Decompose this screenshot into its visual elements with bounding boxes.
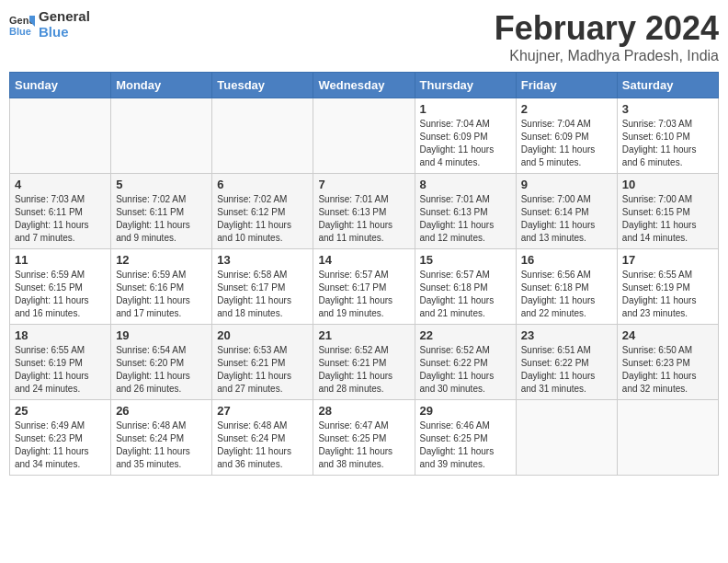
calendar-table: SundayMondayTuesdayWednesdayThursdayFrid…: [9, 72, 719, 476]
day-info: Sunrise: 6:57 AM Sunset: 6:18 PM Dayligh…: [420, 269, 511, 320]
header-row: SundayMondayTuesdayWednesdayThursdayFrid…: [10, 73, 719, 98]
day-number: 10: [622, 178, 713, 191]
calendar-cell: 17Sunrise: 6:55 AM Sunset: 6:19 PM Dayli…: [617, 249, 718, 325]
day-number: 1: [420, 102, 511, 116]
calendar-header: SundayMondayTuesdayWednesdayThursdayFrid…: [10, 73, 719, 98]
day-info: Sunrise: 6:54 AM Sunset: 6:20 PM Dayligh…: [116, 344, 207, 396]
day-number: 22: [420, 328, 511, 342]
day-info: Sunrise: 6:48 AM Sunset: 6:24 PM Dayligh…: [116, 419, 207, 471]
calendar-cell: 22Sunrise: 6:52 AM Sunset: 6:22 PM Dayli…: [415, 325, 516, 400]
day-header: Saturday: [617, 73, 718, 98]
day-info: Sunrise: 6:56 AM Sunset: 6:18 PM Dayligh…: [521, 269, 612, 320]
day-number: 24: [622, 328, 713, 342]
svg-text:Blue: Blue: [9, 26, 31, 37]
day-number: 13: [217, 253, 308, 267]
day-info: Sunrise: 6:58 AM Sunset: 6:17 PM Dayligh…: [217, 269, 308, 320]
subtitle: Khujner, Madhya Pradesh, India: [495, 48, 719, 64]
calendar-cell: 13Sunrise: 6:58 AM Sunset: 6:17 PM Dayli…: [212, 249, 313, 325]
calendar-cell: 27Sunrise: 6:48 AM Sunset: 6:24 PM Dayli…: [212, 400, 313, 476]
calendar-week: 11Sunrise: 6:59 AM Sunset: 6:15 PM Dayli…: [10, 249, 719, 325]
calendar-cell: 26Sunrise: 6:48 AM Sunset: 6:24 PM Dayli…: [111, 400, 212, 476]
day-header: Wednesday: [313, 73, 415, 98]
day-info: Sunrise: 7:03 AM Sunset: 6:11 PM Dayligh…: [15, 193, 106, 245]
calendar-week: 1Sunrise: 7:04 AM Sunset: 6:09 PM Daylig…: [10, 98, 719, 174]
day-info: Sunrise: 6:59 AM Sunset: 6:16 PM Dayligh…: [116, 269, 207, 320]
day-number: 6: [217, 178, 308, 191]
calendar-cell: 12Sunrise: 6:59 AM Sunset: 6:16 PM Dayli…: [111, 249, 212, 325]
day-number: 16: [521, 253, 612, 267]
day-number: 26: [116, 404, 207, 418]
logo-icon: General Blue: [9, 12, 35, 38]
calendar-cell: [516, 400, 617, 476]
day-number: 9: [521, 178, 612, 191]
day-header: Friday: [516, 73, 617, 98]
day-number: 28: [318, 404, 409, 418]
day-info: Sunrise: 6:52 AM Sunset: 6:22 PM Dayligh…: [420, 344, 511, 396]
calendar-cell: 4Sunrise: 7:03 AM Sunset: 6:11 PM Daylig…: [10, 174, 111, 249]
day-number: 25: [15, 404, 106, 418]
logo-line2: Blue: [39, 25, 90, 40]
day-number: 4: [15, 178, 106, 191]
day-number: 27: [217, 404, 308, 418]
logo: General Blue General Blue: [9, 9, 90, 40]
day-number: 3: [622, 102, 713, 116]
day-info: Sunrise: 7:02 AM Sunset: 6:11 PM Dayligh…: [116, 193, 207, 245]
day-info: Sunrise: 6:59 AM Sunset: 6:15 PM Dayligh…: [15, 269, 106, 320]
calendar-cell: 5Sunrise: 7:02 AM Sunset: 6:11 PM Daylig…: [111, 174, 212, 249]
day-number: 11: [15, 253, 106, 267]
calendar-cell: 16Sunrise: 6:56 AM Sunset: 6:18 PM Dayli…: [516, 249, 617, 325]
main-title: February 2024: [495, 9, 719, 48]
day-number: 2: [521, 102, 612, 116]
calendar-cell: 8Sunrise: 7:01 AM Sunset: 6:13 PM Daylig…: [415, 174, 516, 249]
calendar-cell: 11Sunrise: 6:59 AM Sunset: 6:15 PM Dayli…: [10, 249, 111, 325]
day-header: Sunday: [10, 73, 111, 98]
calendar-week: 4Sunrise: 7:03 AM Sunset: 6:11 PM Daylig…: [10, 174, 719, 249]
calendar-cell: 2Sunrise: 7:04 AM Sunset: 6:09 PM Daylig…: [516, 98, 617, 174]
day-header: Monday: [111, 73, 212, 98]
day-number: 14: [318, 253, 409, 267]
calendar-cell: 20Sunrise: 6:53 AM Sunset: 6:21 PM Dayli…: [212, 325, 313, 400]
day-info: Sunrise: 6:46 AM Sunset: 6:25 PM Dayligh…: [420, 419, 511, 471]
day-number: 18: [15, 328, 106, 342]
day-number: 20: [217, 328, 308, 342]
calendar-cell: [10, 98, 111, 174]
calendar-cell: 19Sunrise: 6:54 AM Sunset: 6:20 PM Dayli…: [111, 325, 212, 400]
day-info: Sunrise: 7:03 AM Sunset: 6:10 PM Dayligh…: [622, 118, 713, 169]
calendar-cell: 15Sunrise: 6:57 AM Sunset: 6:18 PM Dayli…: [415, 249, 516, 325]
logo-line1: General: [39, 9, 90, 25]
day-info: Sunrise: 7:01 AM Sunset: 6:13 PM Dayligh…: [318, 193, 409, 245]
calendar-cell: 6Sunrise: 7:02 AM Sunset: 6:12 PM Daylig…: [212, 174, 313, 249]
calendar-cell: 3Sunrise: 7:03 AM Sunset: 6:10 PM Daylig…: [617, 98, 718, 174]
day-info: Sunrise: 6:52 AM Sunset: 6:21 PM Dayligh…: [318, 344, 409, 396]
calendar-cell: 7Sunrise: 7:01 AM Sunset: 6:13 PM Daylig…: [313, 174, 415, 249]
day-info: Sunrise: 6:53 AM Sunset: 6:21 PM Dayligh…: [217, 344, 308, 396]
calendar-cell: 18Sunrise: 6:55 AM Sunset: 6:19 PM Dayli…: [10, 325, 111, 400]
calendar-week: 25Sunrise: 6:49 AM Sunset: 6:23 PM Dayli…: [10, 400, 719, 476]
day-info: Sunrise: 6:49 AM Sunset: 6:23 PM Dayligh…: [15, 419, 106, 471]
calendar-cell: [617, 400, 718, 476]
day-info: Sunrise: 7:00 AM Sunset: 6:15 PM Dayligh…: [622, 193, 713, 245]
day-info: Sunrise: 7:01 AM Sunset: 6:13 PM Dayligh…: [420, 193, 511, 245]
calendar-cell: 14Sunrise: 6:57 AM Sunset: 6:17 PM Dayli…: [313, 249, 415, 325]
day-info: Sunrise: 7:04 AM Sunset: 6:09 PM Dayligh…: [420, 118, 511, 169]
day-header: Thursday: [415, 73, 516, 98]
calendar-cell: 23Sunrise: 6:51 AM Sunset: 6:22 PM Dayli…: [516, 325, 617, 400]
calendar-cell: 1Sunrise: 7:04 AM Sunset: 6:09 PM Daylig…: [415, 98, 516, 174]
calendar-cell: [212, 98, 313, 174]
day-number: 8: [420, 178, 511, 191]
day-number: 12: [116, 253, 207, 267]
day-number: 19: [116, 328, 207, 342]
calendar-cell: 21Sunrise: 6:52 AM Sunset: 6:21 PM Dayli…: [313, 325, 415, 400]
calendar-body: 1Sunrise: 7:04 AM Sunset: 6:09 PM Daylig…: [10, 98, 719, 476]
calendar-cell: 10Sunrise: 7:00 AM Sunset: 6:15 PM Dayli…: [617, 174, 718, 249]
calendar-cell: [313, 98, 415, 174]
day-info: Sunrise: 6:50 AM Sunset: 6:23 PM Dayligh…: [622, 344, 713, 396]
day-number: 5: [116, 178, 207, 191]
day-number: 7: [318, 178, 409, 191]
calendar-cell: 25Sunrise: 6:49 AM Sunset: 6:23 PM Dayli…: [10, 400, 111, 476]
day-number: 29: [420, 404, 511, 418]
calendar-cell: 24Sunrise: 6:50 AM Sunset: 6:23 PM Dayli…: [617, 325, 718, 400]
calendar-cell: 29Sunrise: 6:46 AM Sunset: 6:25 PM Dayli…: [415, 400, 516, 476]
day-info: Sunrise: 7:02 AM Sunset: 6:12 PM Dayligh…: [217, 193, 308, 245]
day-info: Sunrise: 6:51 AM Sunset: 6:22 PM Dayligh…: [521, 344, 612, 396]
